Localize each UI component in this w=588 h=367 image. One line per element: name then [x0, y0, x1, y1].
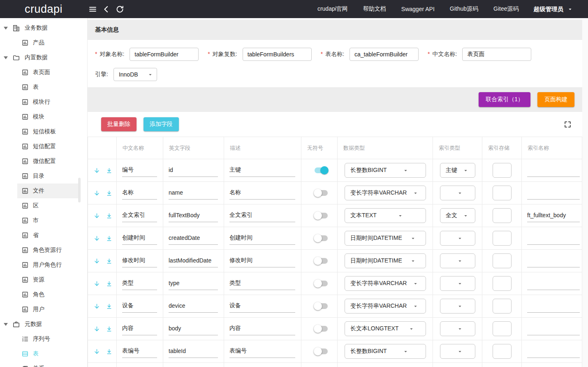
insert-below-icon[interactable] [106, 303, 113, 310]
sidebar-item[interactable]: 表 [17, 346, 81, 361]
en-field-input[interactable] [169, 300, 218, 313]
data-type-select[interactable]: 变长字符串VARCHAR [345, 299, 426, 314]
description-input[interactable] [229, 232, 295, 245]
insert-below-icon[interactable] [106, 348, 113, 355]
back-icon[interactable] [102, 5, 111, 14]
en-field-input[interactable] [169, 187, 218, 200]
topbar-link[interactable]: crudapi官网 [317, 5, 348, 13]
index-storage-select[interactable] [493, 344, 512, 359]
move-down-icon[interactable] [93, 167, 100, 174]
user-menu[interactable]: 超级管理员 [534, 5, 574, 13]
index-name-input[interactable] [527, 164, 580, 177]
expander-icon[interactable] [4, 56, 8, 59]
unsigned-toggle[interactable] [314, 234, 329, 242]
cn-name-input[interactable] [122, 255, 157, 267]
sidebar-item[interactable]: 区 [17, 198, 81, 213]
sidebar-group[interactable]: 内置数据 [0, 50, 87, 65]
index-type-select[interactable]: 全文 [440, 208, 475, 223]
engine-select[interactable]: InnoDB [113, 68, 157, 81]
index-name-input[interactable] [527, 209, 580, 222]
sidebar-scrollbar-thumb[interactable] [78, 178, 81, 202]
insert-below-icon[interactable] [106, 167, 113, 174]
page-build-button[interactable]: 页面构建 [537, 92, 574, 107]
en-field-input[interactable] [169, 209, 218, 222]
unsigned-toggle[interactable] [314, 166, 329, 174]
index-storage-select[interactable] [493, 231, 512, 246]
sidebar-item[interactable]: 目录 [17, 169, 81, 184]
data-type-select[interactable]: 日期时间DATETIME [345, 231, 426, 246]
insert-below-icon[interactable] [106, 235, 113, 242]
object-plural-input[interactable] [243, 48, 312, 61]
index-name-input[interactable] [527, 277, 580, 290]
index-storage-select[interactable] [493, 208, 512, 223]
index-storage-select[interactable] [493, 321, 512, 336]
unsigned-toggle[interactable] [314, 325, 329, 333]
unsigned-toggle[interactable] [314, 302, 329, 310]
index-type-select[interactable] [440, 276, 475, 291]
unsigned-toggle[interactable] [314, 211, 329, 220]
sidebar-item[interactable]: 省 [17, 228, 81, 243]
batch-delete-button[interactable]: 批量删除 [101, 117, 137, 131]
unsigned-toggle[interactable] [314, 279, 329, 288]
move-down-icon[interactable] [93, 303, 100, 310]
unsigned-toggle[interactable] [314, 189, 329, 197]
sidebar-item[interactable]: 序列号 [17, 332, 81, 346]
menu-icon[interactable] [88, 5, 97, 14]
sidebar-item[interactable]: 产品 [17, 35, 81, 50]
sidebar-group[interactable]: 元数据 [0, 317, 87, 332]
cn-name-input[interactable] [122, 300, 157, 313]
index-type-select[interactable] [440, 186, 475, 200]
data-type-select[interactable]: 长整数BIGINT [345, 344, 426, 359]
cn-name-input[interactable] [122, 164, 157, 177]
data-type-select[interactable]: 长整数BIGINT [345, 163, 426, 178]
sidebar-item[interactable]: 关系 [17, 361, 81, 367]
insert-below-icon[interactable] [106, 325, 113, 332]
sidebar-item[interactable]: 表页面 [17, 65, 81, 80]
sidebar-item[interactable]: 资源 [17, 272, 81, 287]
topbar-link[interactable]: Github源码 [450, 5, 478, 13]
en-field-input[interactable] [169, 323, 218, 335]
topbar-link[interactable]: Swagger API [401, 6, 435, 12]
sidebar-item[interactable]: 模块行 [17, 95, 81, 109]
topbar-link[interactable]: 帮助文档 [363, 5, 386, 13]
index-type-select[interactable]: 主键 [440, 163, 475, 178]
insert-below-icon[interactable] [106, 280, 113, 287]
sidebar-item[interactable]: 短信配置 [17, 139, 81, 154]
object-name-input[interactable] [130, 48, 199, 61]
index-storage-select[interactable] [493, 186, 512, 200]
index-type-select[interactable] [440, 321, 475, 336]
en-field-input[interactable] [169, 232, 218, 245]
description-input[interactable] [229, 164, 295, 177]
sidebar-group[interactable]: 业务数据 [0, 21, 87, 35]
index-name-input[interactable] [527, 255, 580, 267]
en-field-input[interactable] [169, 277, 218, 290]
index-storage-select[interactable] [493, 299, 512, 314]
description-input[interactable] [229, 187, 295, 200]
description-input[interactable] [229, 345, 295, 358]
move-down-icon[interactable] [93, 212, 100, 219]
data-type-select[interactable]: 变长字符串VARCHAR [345, 276, 426, 291]
index-name-input[interactable] [527, 300, 580, 313]
index-storage-select[interactable] [493, 163, 512, 178]
refresh-icon[interactable] [116, 5, 124, 14]
index-type-select[interactable] [440, 344, 475, 359]
table-name-input[interactable] [350, 48, 419, 61]
sidebar-item[interactable]: 文件 [17, 184, 81, 198]
sidebar-item[interactable]: 角色 [17, 287, 81, 302]
move-down-icon[interactable] [93, 190, 100, 197]
en-field-input[interactable] [169, 255, 218, 267]
cn-name-input[interactable] [122, 323, 157, 335]
index-type-select[interactable] [440, 231, 475, 246]
index-name-input[interactable] [527, 232, 580, 245]
data-type-select[interactable]: 日期时间DATETIME [345, 253, 426, 268]
move-down-icon[interactable] [93, 235, 100, 242]
sidebar-item[interactable]: 角色资源行 [17, 243, 81, 258]
move-down-icon[interactable] [93, 325, 100, 332]
en-field-input[interactable] [169, 345, 218, 358]
expander-icon[interactable] [4, 323, 8, 326]
description-input[interactable] [229, 255, 295, 267]
move-down-icon[interactable] [93, 348, 100, 355]
topbar-link[interactable]: Gitee源码 [493, 5, 519, 13]
data-type-select[interactable]: 变长字符串VARCHAR [345, 186, 426, 200]
index-name-input[interactable] [527, 345, 580, 358]
